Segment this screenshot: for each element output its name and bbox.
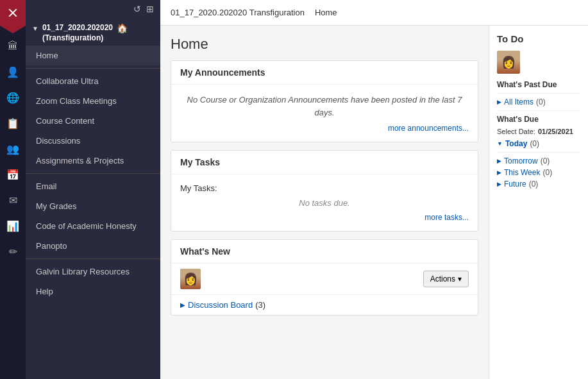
this-week-row: ▶ This Week (0) [497, 168, 580, 177]
tomorrow-expand-icon[interactable]: ▶ [497, 158, 501, 164]
reports-icon[interactable]: 📊 [0, 213, 26, 239]
more-announcements-link[interactable]: more announcements... [180, 124, 469, 133]
sidebar-item-code-of-academic-honesty[interactable]: Code of Academic Honesty [26, 216, 160, 236]
sidebar-item-course-content[interactable]: Course Content [26, 111, 160, 131]
today-label[interactable]: Today [505, 139, 527, 148]
all-items-link[interactable]: All Items [504, 97, 533, 106]
all-items-count: (0) [536, 97, 546, 106]
future-row: ▶ Future (0) [497, 180, 580, 189]
future-expand-icon[interactable]: ▶ [497, 181, 501, 187]
this-week-expand-icon[interactable]: ▶ [497, 169, 501, 176]
today-expand-icon[interactable]: ▼ [497, 140, 503, 147]
refresh-icon[interactable]: ↺ [133, 4, 141, 14]
announcements-card: My Announcements No Course or Organizati… [171, 60, 478, 142]
edit-icon[interactable]: ✏ [0, 239, 26, 264]
course-home-icon[interactable]: 🏠 [117, 23, 128, 33]
announcements-empty-text: No Course or Organization Announcements … [180, 94, 469, 119]
select-date-label: Select Date: [497, 128, 535, 135]
today-count: (0) [530, 139, 539, 148]
select-date-value[interactable]: 01/25/2021 [538, 128, 573, 135]
sidebar-item-zoom-class-meetings[interactable]: Zoom Class Meetings [26, 91, 160, 111]
sidebar-item-my-grades[interactable]: My Grades [26, 196, 160, 216]
sidebar-item-help[interactable]: Help [26, 282, 160, 301]
this-week-link[interactable]: This Week [504, 168, 540, 177]
topbar-home-link[interactable]: Home [315, 8, 337, 17]
sidebar-divider-2 [26, 173, 160, 174]
sidebar-divider-3 [26, 258, 160, 259]
todo-panel: To Do 👩 What's Past Due ▶ All Items (0) … [489, 26, 588, 379]
sidebar-item-galvin-library[interactable]: Galvin Library Resources [26, 262, 160, 282]
more-tasks-link[interactable]: more tasks... [180, 213, 469, 222]
globe-icon[interactable]: 🌐 [0, 85, 26, 110]
tasks-header: My Tasks [171, 151, 478, 174]
dropdown-arrow-icon: ▾ [458, 274, 462, 283]
page-title: Home [171, 36, 478, 53]
tasks-body: My Tasks: No tasks due. more tasks... [171, 174, 478, 231]
sidebar-item-email[interactable]: Email [26, 176, 160, 196]
whats-due-title: What's Due [497, 115, 580, 124]
avatar-face: 👩 [180, 269, 201, 289]
select-date-row: Select Date: 01/25/2021 [497, 128, 580, 135]
expand-icon[interactable]: ⊞ [146, 4, 154, 14]
this-week-count: (0) [542, 168, 552, 177]
whats-new-avatar: 👩 [180, 269, 201, 289]
future-link[interactable]: Future [504, 180, 526, 189]
discussion-board-row: ▶ Discussion Board (3) [171, 294, 478, 315]
tomorrow-count: (0) [541, 156, 550, 165]
all-items-row: ▶ All Items (0) [497, 97, 580, 106]
profile-icon[interactable]: 👤 [0, 59, 26, 85]
future-count: (0) [529, 180, 539, 189]
sidebar-divider-1 [26, 68, 160, 69]
actions-button[interactable]: Actions ▾ [423, 271, 469, 287]
discussion-board-link[interactable]: Discussion Board [188, 300, 253, 310]
main-content: Home My Announcements No Course or Organ… [160, 26, 489, 379]
todo-divider-3 [497, 152, 580, 153]
groups-icon[interactable]: 👥 [0, 136, 26, 162]
whats-new-header: What's New [171, 240, 478, 264]
discussion-expand-icon[interactable]: ▶ [180, 301, 185, 308]
all-items-expand-icon[interactable]: ▶ [497, 99, 501, 105]
todo-divider-2 [497, 110, 580, 111]
sidebar: ↺ ⊞ ▼ 01_17_2020.202020 (Transfiguration… [26, 0, 160, 379]
sidebar-item-panopto[interactable]: Panopto [26, 236, 160, 256]
announcements-body: No Course or Organization Announcements … [171, 85, 478, 142]
topbar-course-title: 01_17_2020.202020 Transfiguration [171, 8, 305, 17]
calendar-icon[interactable]: 📅 [0, 162, 26, 187]
tomorrow-link[interactable]: Tomorrow [504, 156, 538, 165]
messages-icon[interactable]: ✉ [0, 187, 26, 213]
todo-divider-1 [497, 93, 580, 94]
tomorrow-row: ▶ Tomorrow (0) [497, 156, 580, 165]
institution-icon[interactable]: 🏛 [0, 33, 26, 59]
todo-avatar: 👩 [497, 51, 520, 74]
chevron-down-icon[interactable]: ▼ [32, 25, 38, 32]
today-row: ▼ Today (0) [497, 139, 580, 148]
whats-past-due-title: What's Past Due [497, 80, 580, 89]
todo-title: To Do [497, 33, 580, 44]
discussion-count: (3) [255, 300, 265, 310]
grades-icon[interactable]: 📋 [0, 110, 26, 136]
content-area: Home My Announcements No Course or Organ… [160, 26, 588, 379]
sidebar-item-discussions[interactable]: Discussions [26, 131, 160, 151]
tasks-empty-text: No tasks due. [180, 198, 469, 208]
whats-new-row: 👩 Actions ▾ [171, 264, 478, 294]
top-bar: 01_17_2020.202020 Transfiguration Home [160, 0, 588, 26]
icon-rail: 🏛 👤 🌐 📋 👥 📅 ✉ 📊 ✏ [0, 0, 26, 379]
announcements-header: My Announcements [171, 61, 478, 85]
whats-new-card: What's New 👩 Actions ▾ ▶ Discussion Boar… [171, 239, 478, 316]
close-button[interactable] [0, 0, 26, 26]
main-area: 01_17_2020.202020 Transfiguration Home H… [160, 0, 588, 379]
course-name: 01_17_2020.202020 (Transfiguration) [42, 23, 113, 43]
tasks-card: My Tasks My Tasks: No tasks due. more ta… [171, 150, 478, 232]
sidebar-item-home[interactable]: Home [26, 46, 160, 65]
sidebar-top-icons: ↺ ⊞ [26, 0, 160, 18]
sidebar-course-header: ▼ 01_17_2020.202020 (Transfiguration) 🏠 [26, 18, 160, 46]
tasks-label: My Tasks: [180, 183, 469, 193]
sidebar-item-assignments-projects[interactable]: Assignments & Projects [26, 151, 160, 171]
sidebar-item-collaborate-ultra[interactable]: Collaborate Ultra [26, 71, 160, 91]
close-triangle-decoration [0, 26, 26, 33]
todo-avatar-face: 👩 [497, 51, 520, 74]
